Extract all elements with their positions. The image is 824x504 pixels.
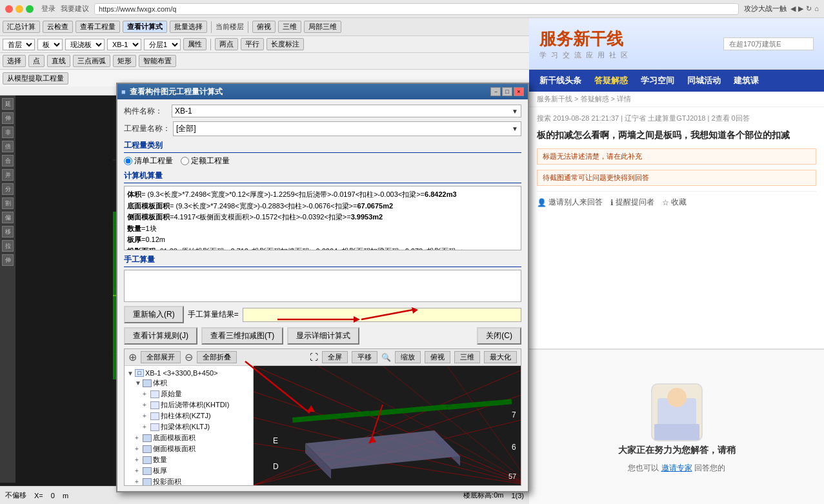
floor-select[interactable]: 首层: [3, 39, 35, 50]
tree-bottom-form-expand-icon[interactable]: +: [135, 434, 141, 441]
toolbar-smart-place[interactable]: 智能布置: [139, 55, 176, 67]
zoom-btn[interactable]: 缩放: [395, 351, 421, 363]
toolbar-line[interactable]: 直线: [47, 55, 70, 67]
tree-item-thickness[interactable]: + 板厚: [135, 465, 250, 476]
toolbar-point[interactable]: 点: [28, 55, 45, 67]
fullscreen-btn[interactable]: 全屏: [322, 351, 348, 363]
toolbar-length-mark[interactable]: 长度标注: [266, 38, 304, 50]
layer-select[interactable]: 分层1: [144, 39, 181, 50]
3d-view-panel[interactable]: E D 7 6 57: [254, 366, 521, 485]
radio-fixed-quota-input[interactable]: [181, 157, 189, 165]
3d-btn[interactable]: 三维: [454, 351, 480, 363]
component-subtype-select[interactable]: 现浇板: [65, 39, 105, 50]
tree-item-original[interactable]: + 原始量: [143, 388, 250, 399]
sidebar-icon-6[interactable]: 并: [2, 169, 14, 181]
collapse-all-btn[interactable]: 全部折叠: [197, 351, 237, 363]
close-circle-icon[interactable]: [5, 5, 13, 13]
tree-deduct-expand-icon[interactable]: +: [143, 401, 149, 408]
sidebar-icon-10[interactable]: 移: [2, 226, 14, 237]
top-view-btn[interactable]: 俯视: [425, 351, 450, 363]
tree-root-expand-icon[interactable]: ▼: [127, 370, 134, 377]
nav-item-headlines[interactable]: 新干线头条: [539, 75, 581, 86]
sidebar-icon-3[interactable]: 非: [2, 126, 14, 138]
calc-text[interactable]: 体积= (9.3<长度>*7.2498<宽度>*0.12<厚度>)-1.2259…: [125, 186, 521, 250]
suggest-btn[interactable]: 我要建议: [61, 4, 89, 14]
check-rules-btn[interactable]: 查看计算规则(J): [124, 327, 197, 345]
tree-original-expand-icon[interactable]: +: [143, 390, 149, 398]
sidebar-icon-8[interactable]: 割: [2, 197, 14, 209]
component-type-select[interactable]: 板: [37, 39, 63, 50]
home-icon[interactable]: ⌂: [814, 5, 819, 13]
tree-thickness-expand-icon[interactable]: +: [135, 467, 141, 474]
toolbar-view-calc-formula[interactable]: 查看计算式: [123, 21, 167, 33]
nav-item-learning[interactable]: 学习空间: [641, 75, 674, 86]
expand-all-btn[interactable]: 全部展开: [141, 351, 181, 363]
sidebar-icon-5[interactable]: 合: [2, 155, 14, 166]
sidebar-icon-2[interactable]: 伸: [2, 112, 14, 124]
dialog-maximize-btn[interactable]: □: [502, 87, 512, 96]
toolbar-parallel[interactable]: 平行: [241, 38, 264, 50]
site-search-input[interactable]: [723, 37, 814, 50]
toolbar-summary-calc[interactable]: 汇总计算: [3, 21, 40, 33]
tree-count-expand-icon[interactable]: +: [135, 456, 141, 463]
sidebar-icon-12[interactable]: 伸: [2, 254, 14, 266]
tree-volume-expand-icon[interactable]: ▼: [135, 379, 141, 387]
maximize-btn[interactable]: 最大化: [484, 351, 517, 363]
tree-item-volume[interactable]: ▼ 体积: [135, 378, 250, 388]
component-name-dropdown[interactable]: XB-1 ▼: [172, 105, 521, 117]
toolbar-extract-model[interactable]: 从模型提取工程量: [3, 72, 68, 85]
minimize-circle-icon[interactable]: [15, 5, 23, 13]
dialog-minimize-btn[interactable]: －: [490, 87, 501, 96]
back-icon[interactable]: ◀: [790, 5, 796, 13]
toolbar-batch-select[interactable]: 批量选择: [170, 21, 207, 33]
tree-beam-expand-icon[interactable]: +: [143, 423, 149, 430]
toolbar-local-3d[interactable]: 局部三维: [304, 21, 341, 33]
manual-input-area[interactable]: [124, 270, 521, 302]
dialog-close-btn[interactable]: ×: [514, 87, 524, 96]
nav-item-courses[interactable]: 建筑课: [734, 75, 759, 86]
view-3d-deduct-btn[interactable]: 查看三维扣减图(T): [201, 327, 283, 345]
radio-quota-list-input[interactable]: [124, 157, 132, 165]
manual-result-input[interactable]: [243, 308, 521, 322]
refresh-icon[interactable]: ↻: [806, 5, 812, 13]
tree-item-bottom-form[interactable]: + 底面模板面积: [135, 432, 250, 443]
sidebar-icon-1[interactable]: 延: [2, 98, 14, 110]
nav-item-activities[interactable]: 同城活动: [687, 75, 721, 86]
tree-collapse-icon[interactable]: ⊖: [185, 351, 193, 363]
action-collect[interactable]: ☆ 收藏: [662, 197, 687, 208]
reinput-btn[interactable]: 重新输入(R): [124, 306, 184, 323]
tree-projection-expand-icon[interactable]: +: [135, 478, 141, 485]
tree-item-deduct-beam[interactable]: + 扣梁体积(KLTJ): [143, 421, 250, 432]
tree-item-side-form[interactable]: + 侧面模板面积: [135, 443, 250, 454]
sidebar-icon-7[interactable]: 分: [2, 183, 14, 195]
sidebar-icon-4[interactable]: 倍: [2, 141, 14, 152]
tree-col-expand-icon[interactable]: +: [143, 412, 149, 419]
toolbar-select[interactable]: 选择: [3, 55, 26, 67]
maximize-circle-icon[interactable]: [26, 5, 34, 13]
toolbar-rect[interactable]: 矩形: [113, 55, 136, 67]
url-bar[interactable]: https://www.fwxgx.com/q: [94, 3, 739, 15]
login-btn[interactable]: 登录: [41, 4, 55, 14]
toolbar-top-view[interactable]: 俯视: [252, 21, 276, 33]
action-remind[interactable]: ℹ 提醒提问者: [610, 197, 654, 208]
toolbar-cloud-check[interactable]: 云检查: [43, 21, 73, 33]
zoom-icon[interactable]: 🔍: [381, 353, 391, 362]
tree-item-deduct-col[interactable]: + 扣柱体积(KZTJ): [143, 410, 250, 421]
project-name-dropdown[interactable]: [全部] ▼: [173, 121, 521, 136]
action-invite[interactable]: 👤 邀请别人来回答: [537, 197, 603, 208]
fullscreen-icon[interactable]: ⛶: [310, 352, 318, 362]
tree-root-item[interactable]: ▼ □ XB-1 <3+3300,B+450>: [127, 368, 250, 378]
close-dialog-btn[interactable]: 关闭(C): [477, 327, 521, 345]
tree-expand-icon[interactable]: ⊕: [128, 351, 137, 363]
radio-quota-list[interactable]: 清单工程量: [124, 156, 173, 166]
tree-item-projection[interactable]: + 投影面积: [135, 476, 250, 485]
tree-side-form-expand-icon[interactable]: +: [135, 445, 141, 452]
pan-btn[interactable]: 平移: [352, 351, 377, 363]
component-name-select[interactable]: XB-1: [107, 39, 141, 50]
tree-item-deduct-pour[interactable]: + 扣后浇带体积(KHTDI): [143, 399, 250, 410]
show-detail-btn[interactable]: 显示详细计算式: [287, 327, 359, 345]
toolbar-two-point[interactable]: 两点: [215, 38, 238, 50]
sidebar-icon-9[interactable]: 偏: [2, 212, 14, 223]
forward-icon[interactable]: ▶: [798, 5, 803, 13]
tree-item-count[interactable]: + 数量: [135, 454, 250, 465]
